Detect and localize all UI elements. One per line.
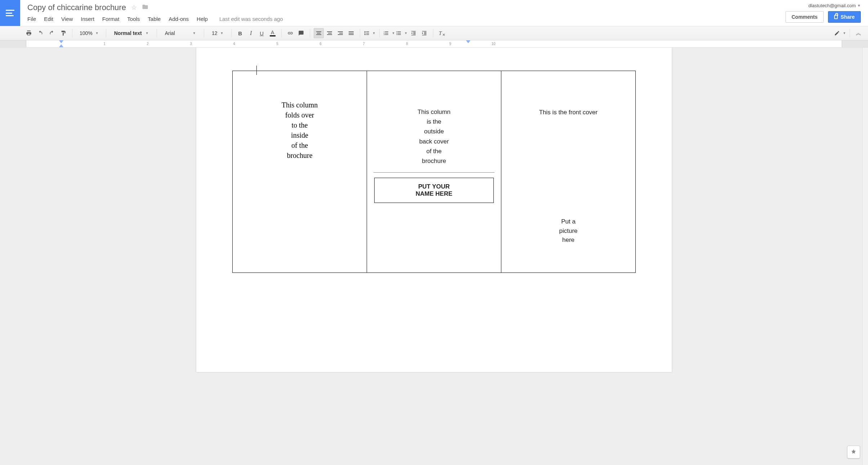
zoom-select[interactable]: 100%▼ bbox=[76, 28, 102, 38]
paragraph-style-select[interactable]: Normal text ▼ bbox=[110, 28, 153, 38]
star-icon[interactable]: ☆ bbox=[131, 4, 137, 12]
paint-format-button[interactable] bbox=[58, 28, 68, 38]
font-value: Arial bbox=[165, 30, 175, 36]
increase-indent-button[interactable] bbox=[419, 28, 429, 38]
align-center-button[interactable] bbox=[325, 28, 335, 38]
ruler-label: 2 bbox=[147, 42, 149, 46]
lock-icon bbox=[834, 15, 838, 19]
ruler-label: 10 bbox=[491, 42, 495, 46]
undo-button[interactable] bbox=[35, 28, 45, 38]
folder-icon[interactable] bbox=[142, 4, 148, 12]
menu-table[interactable]: Table bbox=[148, 16, 161, 22]
account-email: dlastutech@gmail.com bbox=[808, 3, 856, 8]
indent-marker-left[interactable] bbox=[59, 44, 63, 47]
editing-mode-button[interactable]: ▼ bbox=[834, 28, 846, 38]
menu-edit[interactable]: Edit bbox=[44, 16, 53, 22]
insert-comment-button[interactable] bbox=[296, 28, 306, 38]
bold-button[interactable]: B bbox=[235, 28, 245, 38]
indent-marker-right[interactable] bbox=[466, 40, 470, 43]
menu-format[interactable]: Format bbox=[102, 16, 120, 22]
page[interactable]: This column folds over to the inside of … bbox=[196, 48, 672, 372]
align-justify-button[interactable] bbox=[346, 28, 356, 38]
menu-help[interactable]: Help bbox=[197, 16, 208, 22]
menu-bar: File Edit View Insert Format Tools Table… bbox=[27, 12, 786, 22]
col3-picture-placeholder[interactable]: Put a picture here bbox=[505, 217, 632, 245]
bulleted-list-button[interactable]: ▼ bbox=[396, 28, 408, 38]
brochure-col-3[interactable]: This is the front cover Put a picture he… bbox=[501, 71, 636, 273]
ruler-label: 7 bbox=[363, 42, 365, 46]
document-title[interactable]: Copy of chiccarine brochure bbox=[27, 3, 126, 12]
text-color-button[interactable]: A bbox=[268, 28, 278, 38]
align-left-button[interactable] bbox=[314, 28, 324, 38]
line-spacing-button[interactable]: ▼ bbox=[364, 28, 376, 38]
hide-menus-button[interactable]: ︽ bbox=[854, 28, 864, 38]
share-label: Share bbox=[841, 14, 855, 20]
menu-insert[interactable]: Insert bbox=[81, 16, 94, 22]
font-size-value: 12 bbox=[212, 30, 218, 36]
underline-button[interactable]: U bbox=[257, 28, 267, 38]
insert-link-button[interactable] bbox=[285, 28, 295, 38]
caret-down-icon: ▼ bbox=[857, 4, 861, 8]
ruler-label: 9 bbox=[449, 42, 451, 46]
ruler-label: 5 bbox=[276, 42, 278, 46]
italic-button[interactable]: I bbox=[246, 28, 256, 38]
align-right-button[interactable] bbox=[335, 28, 345, 38]
explore-button[interactable] bbox=[847, 446, 860, 459]
menu-file[interactable]: File bbox=[27, 16, 36, 22]
ruler-label: 1 bbox=[103, 42, 106, 46]
brochure-col-2[interactable]: This column is the outside back cover of… bbox=[367, 71, 501, 273]
hamburger-icon bbox=[6, 10, 14, 16]
ruler[interactable]: 1 2 3 4 5 6 7 8 9 10 bbox=[0, 40, 868, 48]
numbered-list-button[interactable]: ▼ bbox=[383, 28, 395, 38]
clear-formatting-button[interactable]: T✕ bbox=[437, 28, 447, 38]
zoom-value: 100% bbox=[80, 30, 93, 36]
docs-home-button[interactable] bbox=[0, 0, 20, 26]
comments-label: Comments bbox=[792, 14, 818, 20]
menu-view[interactable]: View bbox=[61, 16, 73, 22]
paragraph-style-value: Normal text bbox=[114, 30, 142, 36]
vertical-scrollbar[interactable] bbox=[862, 48, 868, 465]
share-button[interactable]: Share bbox=[828, 11, 861, 23]
redo-button[interactable] bbox=[47, 28, 57, 38]
explore-icon bbox=[850, 449, 857, 455]
indent-marker-first-line[interactable] bbox=[59, 40, 63, 43]
print-button[interactable] bbox=[24, 28, 34, 38]
brochure-col-1[interactable]: This column folds over to the inside of … bbox=[233, 71, 367, 273]
ruler-label: 6 bbox=[319, 42, 322, 46]
font-select[interactable]: Arial ▼ bbox=[161, 28, 200, 38]
account-menu[interactable]: dlastutech@gmail.com ▼ bbox=[808, 3, 861, 8]
font-size-select[interactable]: 12▼ bbox=[208, 28, 228, 38]
name-placeholder-box[interactable]: PUT YOUR NAME HERE bbox=[374, 178, 494, 203]
decrease-indent-button[interactable] bbox=[408, 28, 419, 38]
ruler-label: 3 bbox=[190, 42, 192, 46]
document-canvas[interactable]: This column folds over to the inside of … bbox=[0, 48, 868, 465]
divider bbox=[373, 172, 495, 173]
ruler-label: 8 bbox=[406, 42, 408, 46]
col2-text[interactable]: This column is the outside back cover of… bbox=[371, 107, 497, 166]
menu-addons[interactable]: Add-ons bbox=[169, 16, 189, 22]
comments-button[interactable]: Comments bbox=[786, 11, 824, 23]
menu-tools[interactable]: Tools bbox=[127, 16, 140, 22]
ruler-label: 4 bbox=[233, 42, 235, 46]
brochure-table[interactable]: This column folds over to the inside of … bbox=[232, 71, 636, 273]
col3-front-cover-text[interactable]: This is the front cover bbox=[505, 109, 632, 116]
col1-text[interactable]: This column folds over to the inside of … bbox=[236, 100, 363, 160]
last-edit-text: Last edit was seconds ago bbox=[219, 16, 283, 22]
toolbar: 100%▼ Normal text ▼ Arial ▼ 12▼ B I U A bbox=[0, 26, 868, 40]
